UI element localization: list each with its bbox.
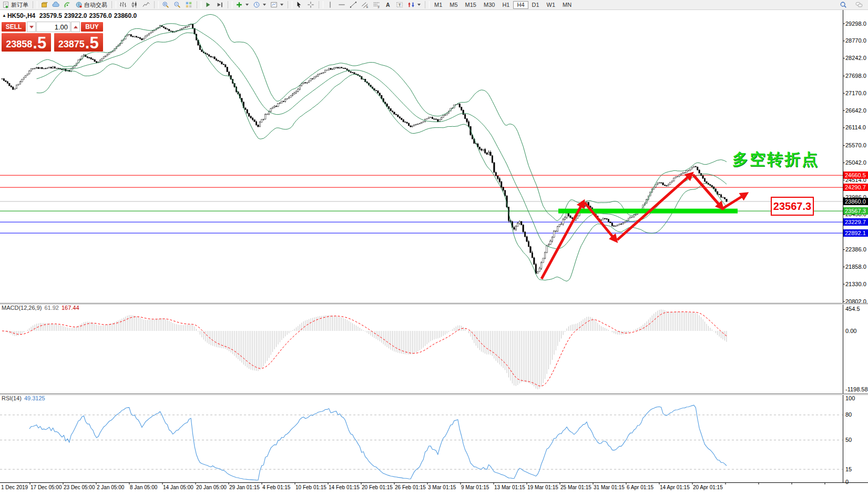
macd-panel xyxy=(2,309,727,389)
symbol-period-label: HK50-,H4 xyxy=(7,12,35,19)
rsi-value: 49.3125 xyxy=(24,395,45,401)
support-price-label[interactable]: 23567.3 xyxy=(771,197,814,216)
ohlc-close: 23860.0 xyxy=(114,12,137,19)
sell-button[interactable]: SELL xyxy=(1,22,26,32)
buy-button[interactable]: BUY xyxy=(80,22,104,32)
triangle-down-icon xyxy=(29,26,34,28)
turning-point-annotation[interactable]: 多空转折点 xyxy=(732,149,819,170)
rsi-panel xyxy=(0,405,843,480)
volume-increase-button[interactable] xyxy=(71,22,80,32)
volume-input[interactable]: 1.00 xyxy=(36,22,70,32)
rsi-indicator-label: RSI(14)49.3125 xyxy=(2,395,45,401)
sell-price-button[interactable]: 23858.5 xyxy=(1,33,52,52)
triangle-up-icon xyxy=(74,26,78,28)
buy-price-main: 23875 xyxy=(58,37,85,51)
rsi-name: RSI(14) xyxy=(2,395,22,401)
one-click-trade-panel: SELL 1.00 BUY 23858.5 23875.5 xyxy=(1,22,104,52)
ohlc-high: 23922.0 xyxy=(64,12,87,19)
chart-canvas[interactable] xyxy=(0,0,868,495)
ohlc-open: 23579.5 xyxy=(39,12,62,19)
macd-name: MACD(12,26,9) xyxy=(2,305,42,311)
macd-value: 61.92 xyxy=(44,305,59,311)
chart-marker-icon: ▲ xyxy=(2,13,6,18)
ohlc-low: 23576.0 xyxy=(89,12,111,19)
mt4-window: 新订单自动交易 M1M5M15M30H1H4D1W1MN ▲HK50-,H4 2… xyxy=(0,0,868,495)
sell-price-main: 23858 xyxy=(6,37,32,51)
buy-price-pips: .5 xyxy=(85,35,99,51)
buy-price-button[interactable]: 23875.5 xyxy=(54,33,104,52)
main-chart-panel xyxy=(0,14,843,281)
macd-indicator-label: MACD(12,26,9)61.92167.44 xyxy=(2,305,79,311)
sell-price-pips: .5 xyxy=(33,35,46,51)
chart-header: ▲HK50-,H4 23579.523922.023576.023860.0 xyxy=(2,12,139,19)
volume-decrease-button[interactable] xyxy=(27,22,36,32)
macd-signal-value: 167.44 xyxy=(62,305,79,311)
